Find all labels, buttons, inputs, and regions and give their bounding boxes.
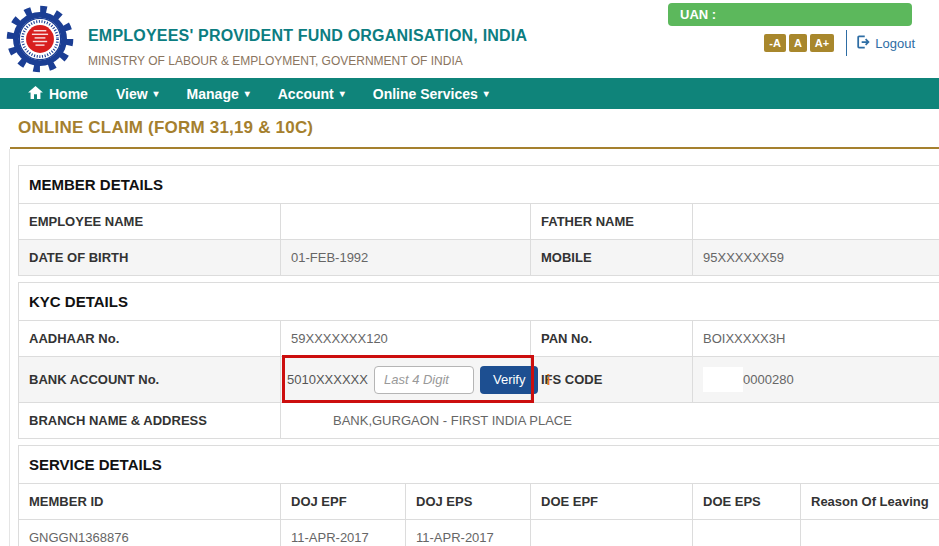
mobile-label: MOBILE	[531, 240, 693, 276]
ifs-code-cell: 0000280	[693, 357, 939, 403]
app-header: EMPLOYEES' PROVIDENT FUND ORGANISATION, …	[0, 0, 939, 78]
page-title: ONLINE CLAIM (FORM 31,19 & 10C)	[18, 118, 939, 138]
col-reason-of-leaving: Reason Of Leaving	[801, 484, 939, 520]
uan-banner: UAN :	[668, 3, 912, 26]
bank-account-label: BANK ACCOUNT No.	[19, 357, 281, 403]
employee-name-value	[281, 204, 531, 240]
pan-value: BOIXXXXX3H	[693, 321, 939, 357]
chevron-down-icon: ▾	[245, 89, 250, 99]
chevron-down-icon: ▾	[154, 89, 159, 99]
aadhaar-value: 59XXXXXXX120	[281, 321, 531, 357]
table-row: BANK ACCOUNT No. 5010XXXXXX Verify i IFS…	[19, 357, 939, 403]
main-nav: Home View ▾ Manage ▾ Account ▾ Online Se…	[0, 78, 939, 109]
section-heading-row: SERVICE DETAILS	[19, 446, 939, 484]
bank-account-cell: 5010XXXXXX Verify i	[281, 357, 531, 403]
doe-eps-value	[693, 520, 801, 546]
redaction-box	[703, 367, 743, 392]
col-member-id: MEMBER ID	[19, 484, 281, 520]
verify-button[interactable]: Verify	[480, 366, 539, 394]
table-row: DATE OF BIRTH 01-FEB-1992 MOBILE 95XXXXX…	[19, 240, 939, 276]
section-heading-row: MEMBER DETAILS	[19, 166, 939, 204]
table-header-row: MEMBER ID DOJ EPF DOJ EPS DOE EPF DOE EP…	[19, 484, 939, 520]
divider	[846, 30, 847, 56]
table-row: BRANCH NAME & ADDRESS BANK,GURGAON - FIR…	[19, 403, 939, 439]
epfo-logo-icon	[4, 2, 76, 76]
member-details-table: MEMBER DETAILS EMPLOYEE NAME FATHER NAME…	[18, 165, 939, 276]
chevron-down-icon: ▾	[340, 89, 345, 99]
nav-item-online-services[interactable]: Online Services ▾	[373, 86, 489, 102]
employee-name-label: EMPLOYEE NAME	[19, 204, 281, 240]
col-doe-epf: DOE EPF	[531, 484, 693, 520]
doj-epf-value: 11-APR-2017	[281, 520, 406, 546]
table-row: GNGGN1368876 11-APR-2017 11-APR-2017	[19, 520, 939, 546]
uan-label: UAN :	[680, 7, 716, 22]
table-row: AADHAAR No. 59XXXXXXX120 PAN No. BOIXXXX…	[19, 321, 939, 357]
ifs-code-value: 0000280	[743, 372, 794, 387]
aadhaar-label: AADHAAR No.	[19, 321, 281, 357]
section-heading-row: KYC DETAILS	[19, 283, 939, 321]
father-name-value	[693, 204, 939, 240]
kyc-details-heading: KYC DETAILS	[19, 283, 939, 321]
logout-label: Logout	[875, 36, 915, 51]
home-icon	[28, 86, 43, 102]
member-id-value: GNGGN1368876	[19, 520, 281, 546]
doj-eps-value: 11-APR-2017	[406, 520, 531, 546]
nav-item-manage[interactable]: Manage ▾	[187, 86, 250, 102]
dob-label: DATE OF BIRTH	[19, 240, 281, 276]
ifs-code-label: IFS CODE	[531, 357, 693, 403]
page-title-bar: ONLINE CLAIM (FORM 31,19 & 10C)	[10, 109, 939, 149]
nav-item-account[interactable]: Account ▾	[278, 86, 345, 102]
org-title: EMPLOYEES' PROVIDENT FUND ORGANISATION, …	[88, 27, 527, 45]
col-doj-eps: DOJ EPS	[406, 484, 531, 520]
font-smaller-button[interactable]: -A	[764, 34, 786, 52]
mobile-value: 95XXXXXX59	[693, 240, 939, 276]
father-name-label: FATHER NAME	[531, 204, 693, 240]
content-card: MEMBER DETAILS EMPLOYEE NAME FATHER NAME…	[9, 149, 939, 546]
font-normal-button[interactable]: A	[789, 34, 807, 52]
table-row: EMPLOYEE NAME FATHER NAME	[19, 204, 939, 240]
header-tools: -A A A+ Logout	[761, 30, 915, 56]
branch-label: BRANCH NAME & ADDRESS	[19, 403, 281, 439]
logout-button[interactable]: Logout	[856, 35, 915, 52]
info-icon[interactable]: i	[546, 372, 550, 388]
logout-icon	[856, 35, 870, 52]
pan-label: PAN No.	[531, 321, 693, 357]
service-details-table: SERVICE DETAILS MEMBER ID DOJ EPF DOJ EP…	[18, 445, 939, 546]
chevron-down-icon: ▾	[484, 89, 489, 99]
org-subtitle: MINISTRY OF LABOUR & EMPLOYMENT, GOVERNM…	[88, 54, 463, 68]
nav-item-view[interactable]: View ▾	[116, 86, 159, 102]
member-details-heading: MEMBER DETAILS	[19, 166, 939, 204]
font-larger-button[interactable]: A+	[810, 34, 834, 52]
col-doj-epf: DOJ EPF	[281, 484, 406, 520]
doe-epf-value	[531, 520, 693, 546]
bank-account-masked-value: 5010XXXXXX	[287, 372, 368, 387]
dob-value: 01-FEB-1992	[281, 240, 531, 276]
reason-of-leaving-value	[801, 520, 939, 546]
branch-value: BANK,GURGAON - FIRST INDIA PLACE	[281, 403, 939, 439]
nav-item-home[interactable]: Home	[28, 86, 88, 102]
col-doe-eps: DOE EPS	[693, 484, 801, 520]
kyc-details-table: KYC DETAILS AADHAAR No. 59XXXXXXX120 PAN…	[18, 282, 939, 439]
bank-last4-input[interactable]	[374, 366, 474, 394]
service-details-heading: SERVICE DETAILS	[19, 446, 939, 484]
